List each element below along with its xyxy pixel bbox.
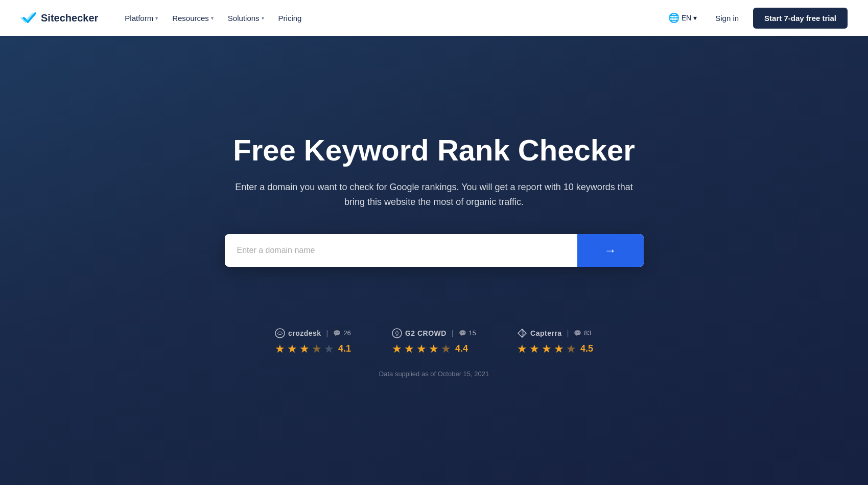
- capterra-reviews: 💬 83: [574, 329, 591, 337]
- comment-icon: 💬: [574, 330, 581, 337]
- g2crowd-reviews: 💬 15: [459, 329, 476, 337]
- navbar: Sitechecker Platform ▾ Resources ▾ Solut…: [0, 0, 868, 36]
- rating-header-crozdesk: crozdesk | 💬 26: [275, 328, 351, 338]
- crozdesk-score: 4.1: [338, 343, 351, 354]
- capterra-icon: [517, 328, 527, 338]
- svg-point-0: [275, 329, 285, 338]
- language-selector[interactable]: 🌐 EN ▾: [664, 9, 701, 27]
- hero-section: Free Keyword Rank Checker Enter a domain…: [0, 36, 868, 485]
- g2crowd-score: 4.4: [455, 343, 468, 354]
- nav-solutions[interactable]: Solutions ▾: [222, 10, 270, 27]
- lang-label: EN: [682, 14, 691, 22]
- crozdesk-stars: ★ ★ ★ ★ ★ 4.1: [275, 342, 351, 356]
- chevron-down-icon: ▾: [262, 15, 264, 21]
- hero-subtitle: Enter a domain you want to check for Goo…: [235, 180, 634, 210]
- signin-button[interactable]: Sign in: [709, 10, 745, 27]
- rating-capterra: Capterra | 💬 83 ★ ★ ★ ★ ★ 4.5: [517, 328, 593, 356]
- navbar-right: 🌐 EN ▾ Sign in Start 7-day free trial: [664, 8, 848, 29]
- capterra-logo: Capterra: [517, 328, 562, 338]
- comment-icon: 💬: [333, 330, 341, 337]
- chevron-down-icon: ▾: [693, 14, 697, 22]
- nav-resources[interactable]: Resources ▾: [166, 10, 220, 27]
- svg-point-1: [392, 329, 402, 338]
- rating-g2crowd: G2 CROWD | 💬 15 ★ ★ ★ ★ ★ 4.4: [392, 328, 476, 356]
- nav-platform[interactable]: Platform ▾: [119, 10, 164, 27]
- logo-link[interactable]: Sitechecker: [20, 11, 98, 25]
- comment-icon: 💬: [459, 330, 466, 337]
- globe-icon: 🌐: [668, 12, 679, 24]
- crozdesk-icon: [275, 328, 285, 338]
- search-submit-button[interactable]: →: [577, 234, 644, 267]
- capterra-score: 4.5: [580, 343, 593, 354]
- start-trial-button[interactable]: Start 7-day free trial: [753, 8, 848, 29]
- chevron-down-icon: ▾: [211, 15, 214, 21]
- crozdesk-logo: crozdesk: [275, 328, 321, 338]
- domain-search-input[interactable]: [225, 234, 577, 267]
- logo-icon: [20, 11, 37, 25]
- rating-header-g2crowd: G2 CROWD | 💬 15: [392, 328, 476, 338]
- capterra-stars: ★ ★ ★ ★ ★ 4.5: [517, 342, 593, 356]
- search-form: →: [225, 234, 644, 267]
- arrow-right-icon: →: [604, 243, 617, 258]
- hero-title: Free Keyword Rank Checker: [233, 133, 635, 168]
- g2-icon: [392, 328, 402, 338]
- nav-pricing[interactable]: Pricing: [272, 10, 308, 27]
- data-note: Data supplied as of October 15, 2021: [379, 370, 489, 378]
- rating-header-capterra: Capterra | 💬 83: [517, 328, 592, 338]
- g2crowd-logo: G2 CROWD: [392, 328, 447, 338]
- chevron-down-icon: ▾: [155, 15, 158, 21]
- crozdesk-reviews: 💬 26: [333, 329, 350, 337]
- logo-text: Sitechecker: [41, 12, 98, 24]
- rating-crozdesk: crozdesk | 💬 26 ★ ★ ★ ★ ★ 4.1: [275, 328, 351, 356]
- ratings-section: crozdesk | 💬 26 ★ ★ ★ ★ ★ 4.1: [275, 328, 593, 356]
- g2crowd-stars: ★ ★ ★ ★ ★ 4.4: [392, 342, 468, 356]
- nav-menu: Platform ▾ Resources ▾ Solutions ▾ Prici…: [119, 10, 664, 27]
